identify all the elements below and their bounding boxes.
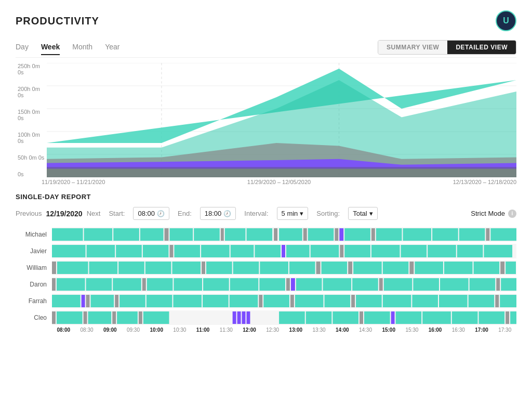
svg-rect-39 [116, 245, 142, 257]
svg-rect-136 [306, 311, 332, 324]
svg-rect-95 [413, 278, 439, 291]
svg-rect-91 [323, 278, 352, 291]
x-label-1500: 15:00 [377, 327, 401, 333]
x-label-1530: 15:30 [401, 327, 424, 333]
svg-rect-64 [233, 262, 259, 274]
gantt-row-farrah: Farrah [16, 294, 516, 308]
end-clock-icon: 🕗 [223, 210, 231, 217]
view-toggle: SUMMARY VIEW DETAILED VIEW [378, 40, 516, 55]
gantt-x-axis: 08:00 08:30 09:00 09:30 10:00 10:30 11:0… [16, 327, 516, 333]
start-time-input[interactable]: 08:00 🕗 [133, 207, 169, 220]
gantt-label-farrah: Farrah [16, 297, 52, 305]
svg-rect-90 [296, 278, 322, 291]
svg-rect-54 [457, 245, 483, 257]
svg-rect-67 [316, 262, 321, 274]
end-time-input[interactable]: 18:00 🕗 [200, 207, 236, 220]
tab-day[interactable]: Day [16, 40, 29, 55]
summary-view-button[interactable]: SUMMARY VIEW [378, 41, 447, 54]
y-label-200: 200h 0m 0s [18, 86, 45, 98]
gantt-bar-javier [52, 244, 516, 258]
svg-rect-131 [233, 311, 236, 324]
svg-rect-89 [291, 278, 295, 291]
svg-rect-71 [383, 262, 409, 274]
svg-rect-75 [474, 262, 500, 274]
controls-row: Previous 12/19/2020 Next Start: 08:00 🕗 … [16, 207, 516, 220]
svg-rect-130 [143, 311, 169, 324]
y-label-100: 100h 0m 0s [18, 132, 45, 144]
svg-rect-99 [501, 278, 516, 291]
svg-rect-48 [311, 245, 339, 257]
svg-rect-46 [282, 245, 285, 257]
svg-rect-50 [344, 245, 370, 257]
interval-select[interactable]: 5 min ▾ [277, 207, 309, 220]
svg-rect-113 [295, 295, 324, 307]
x-label-1030: 10:30 [168, 327, 192, 333]
tab-year[interactable]: Year [105, 40, 119, 55]
svg-rect-142 [422, 311, 451, 324]
svg-rect-15 [113, 228, 139, 241]
svg-rect-73 [415, 262, 443, 274]
x-label-0800: 08:00 [52, 327, 75, 333]
svg-rect-140 [391, 311, 395, 324]
svg-rect-124 [57, 311, 83, 324]
svg-rect-138 [360, 311, 363, 324]
tab-week[interactable]: Week [41, 40, 60, 55]
svg-rect-29 [344, 228, 370, 241]
gantt-bar-william [52, 260, 516, 275]
svg-rect-105 [119, 295, 145, 307]
sorting-select[interactable]: Total ▾ [348, 207, 377, 220]
svg-rect-31 [376, 228, 402, 241]
previous-button[interactable]: Previous [16, 210, 42, 217]
svg-rect-43 [201, 245, 230, 257]
x-label-1200: 12:00 [238, 327, 261, 333]
svg-rect-79 [57, 278, 85, 291]
svg-rect-13 [52, 228, 83, 241]
svg-rect-112 [290, 295, 294, 307]
tab-month[interactable]: Month [72, 40, 92, 55]
svg-rect-116 [356, 295, 382, 307]
svg-rect-84 [174, 278, 202, 291]
svg-rect-63 [206, 262, 232, 274]
svg-rect-119 [439, 295, 468, 307]
svg-rect-20 [221, 228, 224, 241]
svg-rect-107 [173, 295, 202, 307]
x-label-1: 11/19/2020 – 11/21/2020 [42, 179, 105, 185]
x-label-0830: 08:30 [75, 327, 99, 333]
x-label-0930: 09:30 [122, 327, 145, 333]
next-button[interactable]: Next [87, 210, 101, 217]
avatar: U [496, 10, 516, 31]
gantt-row-michael: Michael [16, 227, 516, 242]
svg-rect-56 [52, 262, 56, 274]
svg-rect-57 [57, 262, 88, 274]
gantt-bar-michael [52, 227, 516, 242]
y-label-150: 150h 0m 0s [18, 109, 45, 121]
svg-rect-41 [169, 245, 173, 257]
svg-rect-45 [255, 245, 281, 257]
svg-rect-33 [432, 228, 458, 241]
x-label-1300: 13:00 [284, 327, 308, 333]
svg-rect-126 [88, 311, 112, 324]
svg-rect-93 [379, 278, 383, 291]
x-label-1700: 17:00 [470, 327, 494, 333]
svg-rect-146 [510, 311, 516, 324]
strict-mode-info-icon[interactable]: i [508, 210, 516, 218]
page-title: PRODUCTIVITY [16, 15, 99, 27]
svg-rect-87 [259, 278, 285, 291]
svg-rect-68 [322, 262, 348, 274]
svg-rect-100 [52, 295, 81, 307]
interval-chevron-icon: ▾ [300, 210, 303, 217]
gantt-row-cleo: Cleo [16, 310, 516, 325]
x-label-0900: 09:00 [98, 327, 122, 333]
gantt-label-javier: Javier [16, 247, 52, 255]
y-label-50: 50h 0m 0s [18, 154, 45, 161]
x-label-1000: 10:00 [145, 327, 168, 333]
svg-rect-60 [145, 262, 171, 274]
date-navigation: Previous 12/19/2020 Next [16, 210, 100, 218]
svg-rect-42 [174, 245, 200, 257]
start-label: Start: [109, 210, 125, 217]
gantt-bar-farrah [52, 294, 516, 308]
x-label-1100: 11:00 [191, 327, 215, 333]
svg-rect-16 [140, 228, 164, 241]
detailed-view-button[interactable]: DETAILED VIEW [447, 41, 516, 54]
svg-rect-80 [86, 278, 112, 291]
